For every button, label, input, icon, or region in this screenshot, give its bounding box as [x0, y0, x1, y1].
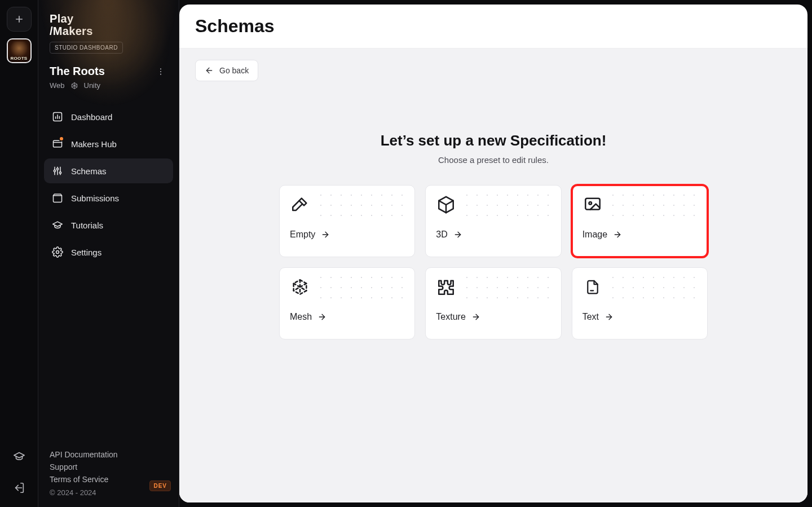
arrow-right-icon: [604, 312, 614, 321]
preset-texture[interactable]: Texture: [425, 267, 561, 340]
preset-text-label: Text: [582, 312, 599, 322]
preset-3d[interactable]: 3D: [425, 185, 561, 257]
plus-icon: [14, 14, 24, 24]
preset-empty[interactable]: Empty: [279, 185, 415, 257]
add-project-button[interactable]: [7, 7, 32, 32]
nav-schemas-label: Schemas: [71, 166, 107, 176]
arrow-right-icon: [613, 230, 622, 239]
graduation-cap-icon: [13, 450, 25, 462]
page-title: Schemas: [195, 16, 792, 37]
nav-tutorials-label: Tutorials: [71, 221, 103, 230]
image-icon: [582, 195, 603, 215]
preset-empty-label: Empty: [290, 230, 315, 240]
panel-header: Schemas: [179, 5, 807, 49]
nav-dashboard[interactable]: Dashboard: [44, 104, 173, 129]
unity-icon: [70, 82, 78, 90]
academy-button[interactable]: [7, 444, 32, 469]
nav-submissions-label: Submissions: [71, 193, 119, 203]
nav-submissions[interactable]: Submissions: [44, 186, 173, 210]
project-menu-button[interactable]: [154, 65, 167, 78]
preset-mesh-label: Mesh: [290, 312, 312, 322]
preset-image[interactable]: Image: [572, 185, 708, 257]
brand-line1: Play: [50, 12, 167, 25]
preset-image-label: Image: [582, 230, 607, 240]
svg-point-7: [59, 172, 61, 174]
svg-point-10: [589, 202, 592, 205]
project-header: The Roots Web Unity: [38, 58, 179, 94]
hammer-icon: [290, 195, 310, 215]
svg-point-1: [160, 71, 161, 72]
sidebar: Play /Makers STUDIO DASHBOARD The Roots …: [38, 0, 179, 507]
puzzle-icon: [436, 277, 456, 297]
brand-badge: STUDIO DASHBOARD: [50, 42, 123, 54]
arrow-right-icon: [317, 312, 326, 321]
app-rail: ROOTS: [0, 0, 38, 507]
brand-line2: /Makers: [50, 25, 167, 37]
nav-makers-hub[interactable]: Makers Hub: [44, 131, 173, 156]
arrow-left-icon: [205, 66, 214, 75]
go-back-button[interactable]: Go back: [195, 60, 258, 81]
project-name: The Roots: [50, 65, 105, 78]
preset-texture-label: Texture: [436, 312, 465, 322]
panel-body: Go back Let’s set up a new Specification…: [179, 49, 807, 502]
preset-text[interactable]: Text: [572, 267, 708, 340]
svg-point-0: [160, 68, 161, 69]
sidebar-footer: API Documentation Support Terms of Servi…: [38, 437, 179, 507]
dev-pill: DEV: [149, 480, 171, 491]
project-thumbnail[interactable]: ROOTS: [7, 38, 32, 63]
arrow-right-icon: [321, 230, 330, 239]
nav-settings[interactable]: Settings: [44, 240, 173, 264]
preset-grid: Empty 3D: [279, 185, 708, 340]
onboarding-center: Let’s set up a new Specification! Choose…: [262, 132, 725, 340]
svg-point-6: [56, 168, 58, 170]
nav-tutorials[interactable]: Tutorials: [44, 213, 173, 237]
arrow-right-icon: [453, 230, 462, 239]
chart-bar-icon: [52, 111, 63, 122]
mesh-icon: [290, 277, 310, 297]
footer-support[interactable]: Support: [50, 462, 167, 471]
gear-icon: [52, 246, 63, 258]
nav-schemas[interactable]: Schemas: [44, 158, 173, 183]
cube-icon: [436, 195, 456, 215]
sidebar-nav: Dashboard Makers Hub Schemas Submissions: [38, 94, 179, 275]
svg-point-2: [160, 74, 161, 75]
graduation-cap-icon: [52, 219, 63, 231]
go-back-label: Go back: [219, 66, 249, 75]
logout-button[interactable]: [7, 475, 32, 500]
document-icon: [582, 277, 603, 297]
project-engine: Unity: [84, 81, 101, 90]
svg-point-5: [54, 170, 55, 171]
svg-point-8: [56, 251, 59, 254]
brand: Play /Makers STUDIO DASHBOARD: [38, 0, 179, 58]
nav-makers-hub-label: Makers Hub: [71, 139, 117, 149]
nav-settings-label: Settings: [71, 248, 102, 257]
project-thumb-label: ROOTS: [8, 56, 30, 61]
notification-dot-icon: [59, 136, 64, 142]
onboarding-subhead: Choose a preset to edit rules.: [262, 155, 725, 165]
sliders-icon: [52, 165, 63, 177]
panel: Schemas Go back Let’s set up a new Speci…: [179, 5, 807, 502]
inbox-icon: [52, 192, 63, 204]
logout-icon: [13, 482, 25, 494]
preset-mesh[interactable]: Mesh: [279, 267, 415, 340]
main: Schemas Go back Let’s set up a new Speci…: [179, 0, 812, 507]
onboarding-headline: Let’s set up a new Specification!: [262, 132, 725, 149]
arrow-right-icon: [471, 312, 480, 321]
dots-vertical-icon: [156, 67, 165, 76]
project-platform: Web: [50, 81, 65, 90]
footer-api-docs[interactable]: API Documentation: [50, 450, 167, 459]
nav-dashboard-label: Dashboard: [71, 112, 112, 122]
preset-3d-label: 3D: [436, 230, 447, 240]
